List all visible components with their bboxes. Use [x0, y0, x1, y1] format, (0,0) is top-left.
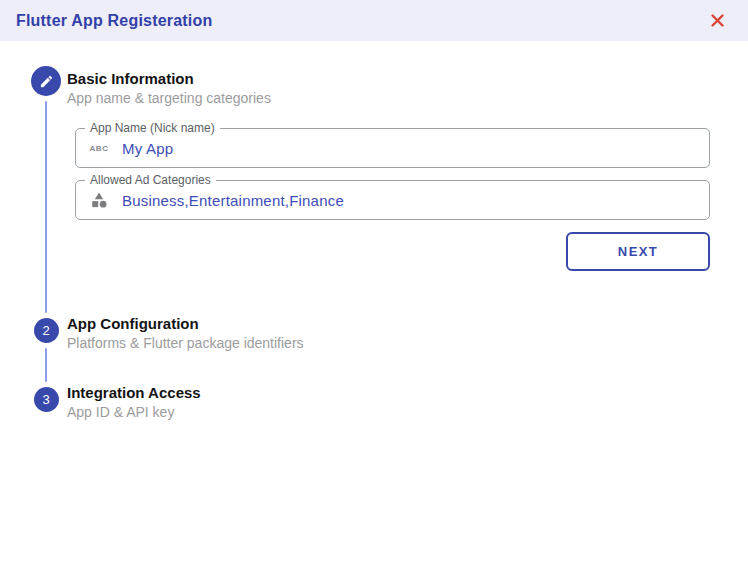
stepper: Basic Information App name & targeting c…	[31, 66, 721, 421]
step-1-circle	[31, 66, 61, 96]
step-1-icon-column	[31, 66, 61, 318]
app-name-input[interactable]	[122, 140, 697, 157]
step-3-icon-column: 3	[31, 387, 61, 421]
connector-line-1	[45, 101, 47, 313]
connector-line-2	[45, 348, 47, 382]
step-integration-access: 3 Integration Access App ID & API key	[31, 387, 721, 421]
step-1-subtitle: App name & targeting categories	[67, 89, 721, 107]
step-3-number: 3	[42, 392, 49, 407]
step-2-number: 2	[42, 323, 49, 338]
step-basic-information: Basic Information App name & targeting c…	[31, 66, 721, 318]
ad-categories-label: Allowed Ad Categories	[85, 174, 216, 187]
step-2-title: App Configuration	[67, 315, 721, 332]
close-icon	[710, 13, 725, 28]
step-3-title: Integration Access	[67, 384, 721, 401]
ad-categories-input[interactable]	[122, 192, 697, 209]
close-button[interactable]	[706, 10, 728, 32]
category-icon	[88, 191, 110, 209]
app-name-label: App Name (Nick name)	[85, 122, 220, 135]
step-2-subtitle: Platforms & Flutter package identifiers	[67, 334, 721, 352]
step-2-icon-column: 2	[31, 318, 61, 387]
app-name-field[interactable]: App Name (Nick name) ABC	[75, 128, 710, 168]
edit-pencil-icon	[39, 74, 54, 89]
abc-icon: ABC	[88, 144, 110, 153]
dialog-header: Flutter App Registeration	[0, 0, 748, 41]
dialog-title: Flutter App Registeration	[16, 12, 212, 30]
basic-info-form: App Name (Nick name) ABC Allowed Ad Cate…	[75, 128, 710, 271]
step-app-configuration: 2 App Configuration Platforms & Flutter …	[31, 318, 721, 387]
next-button[interactable]: NEXT	[566, 232, 710, 271]
ad-categories-field[interactable]: Allowed Ad Categories	[75, 180, 710, 220]
next-button-row: NEXT	[75, 232, 710, 271]
step-3-subtitle: App ID & API key	[67, 403, 721, 421]
step-3-circle: 3	[34, 387, 59, 412]
step-2-circle: 2	[34, 318, 59, 343]
step-1-title: Basic Information	[67, 70, 721, 87]
